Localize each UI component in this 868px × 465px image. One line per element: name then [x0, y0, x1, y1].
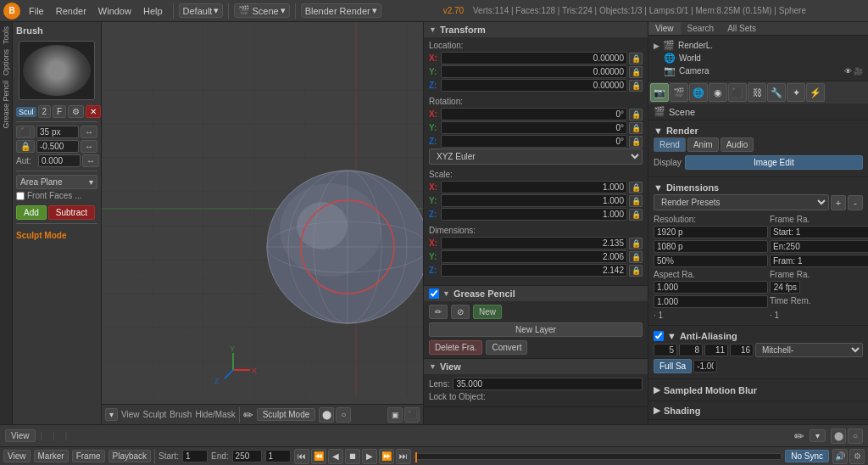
screen-layout-selector[interactable]: Default ▾ — [179, 3, 224, 18]
dim-z-input[interactable] — [441, 264, 627, 277]
convert-btn[interactable]: Convert — [486, 340, 527, 355]
sphere-icon-btn[interactable]: ⬤ — [319, 407, 334, 423]
grease-pencil-icon-btn[interactable]: ✏ — [429, 305, 448, 319]
no-sync-btn[interactable]: No Sync — [785, 450, 829, 462]
blender-logo[interactable]: B — [3, 3, 20, 20]
add-preset-btn[interactable]: + — [831, 195, 846, 210]
menu-window[interactable]: Window — [93, 4, 136, 18]
loc-z-lock[interactable]: 🔒 — [629, 80, 643, 92]
particle-btn[interactable]: ✦ — [787, 83, 805, 102]
current-frame-field[interactable] — [265, 450, 291, 462]
sculpt-mode-menu-btn[interactable]: ▾ — [810, 429, 826, 442]
engine-selector[interactable]: Blender Render ▾ — [301, 3, 381, 18]
scale-y-input[interactable] — [441, 194, 627, 207]
height-input[interactable] — [654, 240, 768, 253]
dim-y-lock[interactable]: 🔒 — [629, 251, 643, 263]
grease-pencil-eraser-btn[interactable]: ⊘ — [451, 305, 470, 319]
view-selector[interactable]: ▾ — [105, 408, 118, 421]
strength-input[interactable] — [36, 140, 79, 153]
render-tree-item[interactable]: ▶ 🎬 RenderL. — [652, 39, 865, 52]
aa-val2[interactable] — [679, 344, 703, 356]
mode-f-btn[interactable]: F — [53, 105, 66, 118]
scale-y-lock[interactable]: 🔒 — [629, 195, 643, 207]
delete-frame-btn[interactable]: Delete Fra. — [429, 340, 482, 355]
camera-tree-item[interactable]: 📷 Camera 👁 🎥 — [652, 64, 865, 77]
aa-filter-val[interactable] — [693, 360, 717, 373]
grease-pencil-tab[interactable]: Grease Pencil — [1, 78, 11, 132]
aa-val4[interactable] — [730, 344, 754, 356]
timeline-marker-btn[interactable]: Marker — [34, 450, 69, 462]
timeline-frame-btn[interactable]: Frame — [72, 450, 105, 462]
rot-z-lock[interactable]: 🔒 — [629, 136, 643, 148]
physics-btn[interactable]: ⚡ — [806, 83, 825, 102]
scale-x-input[interactable] — [441, 181, 627, 193]
scale-z-input[interactable] — [441, 208, 627, 221]
modifier-btn[interactable]: 🔧 — [767, 83, 786, 102]
loc-y-lock[interactable]: 🔒 — [629, 66, 643, 78]
view-menu-btn[interactable]: View — [5, 429, 36, 442]
aa-header[interactable]: ▼ Anti-Aliasing — [654, 329, 863, 343]
fps-input[interactable] — [770, 281, 800, 294]
subtract-button[interactable]: Subtract — [48, 205, 95, 220]
add-button[interactable]: Add — [16, 205, 47, 220]
shading-section[interactable]: ▶ Shading — [648, 401, 868, 420]
remove-preset-btn[interactable]: - — [848, 195, 863, 210]
jump-end-btn[interactable]: ⏭ — [396, 449, 411, 464]
camera-render-icon[interactable]: 🎥 — [854, 67, 863, 76]
scale-z-lock[interactable]: 🔒 — [629, 209, 643, 221]
aspect-x-input[interactable] — [654, 281, 768, 294]
auto-extra-btn[interactable]: ↔ — [82, 154, 99, 167]
aspect-y-input[interactable] — [654, 295, 768, 308]
grease-pencil-checkbox[interactable] — [429, 289, 439, 299]
grease-pencil-header[interactable]: ▼ Grease Pencil — [424, 286, 648, 301]
size-input[interactable] — [36, 126, 79, 138]
loc-z-input[interactable] — [441, 79, 627, 92]
start-frame-field[interactable] — [182, 450, 208, 462]
render-header[interactable]: ▼ Render — [654, 124, 863, 137]
aa-val1[interactable] — [654, 344, 677, 356]
width-input[interactable] — [654, 226, 768, 238]
world-tree-item[interactable]: 🌐 World — [652, 52, 865, 64]
end-frame-input[interactable] — [770, 240, 868, 253]
render-presets-select[interactable]: Render Presets — [654, 194, 829, 210]
sculpt-mode-icon[interactable]: ✏ — [243, 408, 253, 422]
scale-x-lock[interactable]: 🔒 — [629, 182, 643, 193]
rot-z-input[interactable] — [441, 135, 627, 148]
timeline-scrubber[interactable] — [415, 453, 782, 460]
full-sa-btn[interactable]: Full Sa — [654, 359, 692, 373]
menu-help[interactable]: Help — [138, 4, 168, 18]
jump-start-btn[interactable]: ⏮ — [294, 449, 309, 464]
menu-file[interactable]: File — [24, 4, 49, 18]
rotation-mode-select[interactable]: XYZ Euler — [429, 148, 643, 165]
auto-smooth-input[interactable] — [38, 154, 81, 167]
rot-y-input[interactable] — [441, 121, 627, 134]
view-tab[interactable]: View — [648, 22, 681, 35]
viewport[interactable]: User Persp — [102, 22, 423, 424]
timeline-playback-btn[interactable]: Playback — [108, 450, 152, 462]
aa-filter-select[interactable]: Mitchell- — [755, 343, 863, 357]
info-icon2[interactable]: ○ — [848, 429, 863, 444]
image-edit-btn[interactable]: Image Edit — [685, 155, 863, 170]
close-icon[interactable]: ✕ — [86, 105, 101, 118]
brush-preview[interactable] — [19, 41, 95, 100]
loc-x-lock[interactable]: 🔒 — [629, 53, 643, 64]
settings-icon[interactable]: ⚙ — [68, 105, 84, 118]
start-frame-input[interactable] — [770, 226, 868, 238]
frame-input[interactable] — [770, 255, 868, 267]
transform-header[interactable]: ▼ Transform — [424, 22, 648, 37]
world-settings-btn[interactable]: ◉ — [709, 83, 727, 102]
strength-num[interactable]: 2 — [38, 105, 52, 118]
menu-render[interactable]: Render — [51, 4, 92, 18]
info-icon1[interactable]: ⬤ — [831, 429, 846, 444]
new-layer-btn[interactable]: New Layer — [429, 322, 643, 337]
constraints-btn[interactable]: ⛓ — [748, 83, 766, 102]
play-btn[interactable]: ▶ — [362, 449, 377, 464]
stop-btn[interactable]: ⏹ — [345, 449, 360, 464]
info-pencil-icon[interactable]: ✏ — [794, 429, 804, 443]
scene-selector[interactable]: 🎬 Scene ▾ — [234, 3, 289, 18]
rot-x-input[interactable] — [441, 108, 627, 120]
camera-vis-icon[interactable]: 👁 — [844, 67, 852, 76]
loc-x-input[interactable] — [441, 52, 627, 64]
area-plane-btn[interactable]: Area Plane ▾ — [16, 175, 97, 189]
circle-icon-btn[interactable]: ○ — [336, 407, 351, 423]
